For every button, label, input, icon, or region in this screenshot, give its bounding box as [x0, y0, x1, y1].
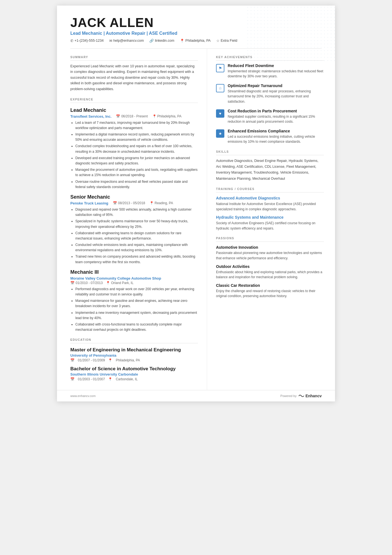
course-title-1: Advanced Automotive Diagnostics: [216, 196, 324, 200]
edu-school-1: University of Pennsylvania: [70, 353, 198, 357]
job-meta-2: Penske Truck Leasing 📅 08/2013 - 05/2018…: [70, 201, 198, 205]
contact-bar: ✆ +1-(234)-555-1234 ✉ help@enhancv.com 🔗…: [70, 39, 322, 43]
course-1: Advanced Automotive Diagnostics National…: [216, 196, 324, 212]
bullet-2-1: Diagnosed and repaired over 500 vehicles…: [75, 207, 198, 218]
candidate-title: Lead Mechanic | Automotive Repair | ASE …: [70, 31, 322, 36]
calendar-icon-3: 📅: [70, 281, 75, 285]
passion-desc-2: Enthusiastic about hiking and exploring …: [216, 270, 324, 280]
achievement-icon-box-1: ⚑: [216, 64, 224, 72]
star-filled-icon: ★: [219, 131, 222, 136]
job-dates-2: 📅 08/2013 - 05/2018: [113, 201, 145, 205]
edu-entry-2: Bachelor of Science in Automotive Techno…: [70, 366, 198, 381]
job-entry-2: Senior Mechanic Penske Truck Leasing 📅 0…: [70, 194, 198, 265]
edu-pin-icon-2: 📍: [108, 377, 112, 381]
bullet-3-3: Implemented a new inventory management s…: [75, 310, 198, 321]
left-column: SUMMARY Experienced Lead Mechanic with o…: [57, 49, 207, 390]
course-title-2: Hydraulic Systems and Maintenance: [216, 215, 324, 219]
footer-url: www.enhancv.com: [70, 394, 96, 398]
edu-pin-icon-1: 📍: [108, 358, 112, 362]
achievement-desc-2: Streamlined diagnostic and repair proces…: [228, 89, 324, 104]
calendar-icon-1: 📅: [116, 114, 120, 118]
passion-desc-1: Passionate about pioneering new automoti…: [216, 250, 324, 261]
edu-degree-2: Bachelor of Science in Automotive Techno…: [70, 366, 198, 372]
achievement-title-3: Cost Reduction in Parts Procurement: [228, 109, 324, 113]
job-location-3: 📍 Orland Park, IL: [106, 281, 133, 285]
bullet-1-3: Conducted complex troubleshooting and re…: [75, 144, 198, 154]
phone-value: +1-(234)-555-1234: [75, 39, 104, 43]
contact-email: ✉ help@enhancv.com: [109, 39, 144, 43]
enhancv-logo: Enhancv: [298, 394, 322, 398]
pin-icon-2: 📍: [150, 201, 154, 205]
contact-website: 🔗 linkedin.com: [149, 39, 174, 43]
edu-calendar-icon-2: 📅: [70, 377, 75, 381]
company-1: Transfleet Services, Inc.: [70, 114, 111, 119]
star-outline-icon: ☆: [219, 86, 222, 90]
achievement-content-4: Enhanced Emissions Compliance Led a succ…: [228, 129, 324, 144]
job-location-2: 📍 Reading, PA: [150, 201, 173, 205]
footer-right: Powered by Enhancv: [281, 394, 322, 398]
job-location-1: 📍 Philadelphia, PA: [152, 114, 182, 118]
resume-container: JACK ALLEN Lead Mechanic | Automotive Re…: [57, 6, 335, 401]
passion-1: Automotive Innovation Passionate about p…: [216, 245, 324, 261]
passion-desc-3: Enjoy the challenge and reward of restor…: [216, 288, 324, 299]
edu-school-2: Southern Illinois University Carbondale: [70, 372, 198, 376]
contact-extra: ☆ Extra Field: [216, 39, 237, 43]
achievement-title-4: Enhanced Emissions Compliance: [228, 129, 324, 133]
brand-name: Enhancv: [306, 394, 322, 398]
edu-entry-1: Master of Engineering in Mechanical Engi…: [70, 347, 198, 362]
contact-phone: ✆ +1-(234)-555-1234: [70, 39, 104, 43]
email-icon: ✉: [109, 39, 112, 43]
job-dates-1: 📅 06/2018 - Present: [116, 114, 148, 118]
bullet-1-4: Developed and executed training programs…: [75, 156, 198, 166]
heart-icon: ♥: [219, 111, 221, 116]
email-value: help@enhancv.com: [113, 39, 144, 43]
header-section: JACK ALLEN Lead Mechanic | Automotive Re…: [57, 6, 335, 48]
achievement-icon-box-2: ☆: [216, 84, 224, 92]
contact-location: 📍 Philadelphia, PA: [180, 39, 211, 43]
summary-text: Experienced Lead Mechanic with over 10 y…: [70, 63, 198, 92]
job-title-2: Senior Mechanic: [70, 194, 198, 200]
powered-by-label: Powered by: [281, 394, 297, 398]
website-value: linkedin.com: [155, 39, 174, 43]
bullet-3-2: Managed maintenance for gasoline and die…: [75, 298, 198, 309]
achievement-item-2: ☆ Optimized Repair Turnaround Streamline…: [216, 83, 324, 104]
job-title-3: Mechanic III: [70, 269, 198, 275]
bullet-1-1: Led a team of 7 mechanics, improving rep…: [75, 120, 198, 131]
job-entry-1: Lead Mechanic Transfleet Services, Inc. …: [70, 107, 198, 190]
job-bullets-3: Performed diagnostics and repair work on…: [70, 287, 198, 333]
bullet-3-4: Collaborated with cross-functional teams…: [75, 322, 198, 332]
achievement-item-4: ★ Enhanced Emissions Compliance Led a su…: [216, 129, 324, 144]
passions-section-title: PASSIONS: [216, 236, 324, 242]
bullet-1-5: Managed the procurement of automotive pa…: [75, 167, 198, 178]
footer-bar: www.enhancv.com Powered by Enhancv: [57, 390, 335, 401]
location-value: Philadelphia, PA: [185, 39, 211, 43]
training-section-title: TRAINING / COURSES: [216, 187, 324, 193]
bullet-2-3: Collaborated with engineering teams to d…: [75, 231, 198, 241]
skills-text: Automotive Diagnostics, Diesel Engine Re…: [216, 158, 324, 182]
job-meta-1: Transfleet Services, Inc. 📅 06/2018 - Pr…: [70, 114, 198, 119]
passion-title-1: Automotive Innovation: [216, 245, 324, 250]
achievement-desc-1: Implemented strategic maintenance schedu…: [228, 69, 324, 79]
flag-icon: ⚑: [219, 66, 222, 70]
bullet-2-4: Conducted vehicle emissions tests and re…: [75, 242, 198, 253]
calendar-icon-2: 📅: [113, 201, 117, 205]
job-bullets-2: Diagnosed and repaired over 500 vehicles…: [70, 207, 198, 265]
right-column: KEY ACHIEVEMENTS ⚑ Reduced Fleet Downtim…: [207, 49, 335, 390]
course-desc-2: Society of Automotive Engineers (SAE) ce…: [216, 221, 324, 231]
achievement-desc-3: Negotiated supplier contracts, resulting…: [228, 114, 324, 124]
achievement-content-1: Reduced Fleet Downtime Implemented strat…: [228, 63, 324, 79]
phone-icon: ✆: [70, 39, 73, 43]
achievement-icon-box-3: ♥: [216, 109, 224, 118]
edu-meta-2: 📅 01/2003 - 01/2007 📍 Carbondale, IL: [70, 377, 198, 381]
course-2: Hydraulic Systems and Maintenance Societ…: [216, 215, 324, 231]
job-title-1: Lead Mechanic: [70, 107, 198, 113]
course-desc-1: National Institute for Automotive Servic…: [216, 201, 324, 212]
passion-2: Outdoor Activities Enthusiastic about hi…: [216, 264, 324, 280]
bullet-3-1: Performed diagnostics and repair work on…: [75, 287, 198, 297]
achievement-title-1: Reduced Fleet Downtime: [228, 63, 324, 68]
pin-icon-3: 📍: [106, 281, 110, 285]
location-icon: 📍: [180, 39, 184, 43]
bullet-1-6: Oversaw routine inspections and ensured …: [75, 179, 198, 190]
job-entry-3: Mechanic III Moraine Valley Community Co…: [70, 269, 198, 333]
edu-meta-1: 📅 01/2007 - 01/2009 📍 Philadelphia, PA: [70, 358, 198, 362]
